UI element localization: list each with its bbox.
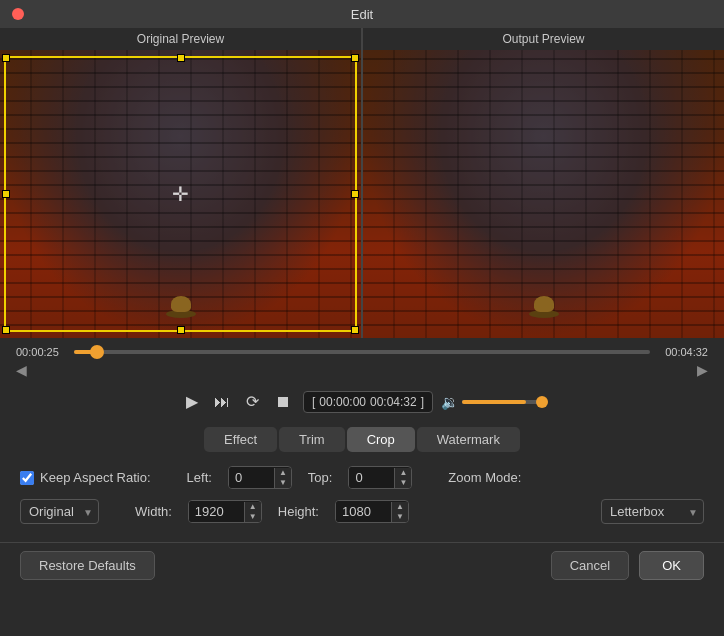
tabs-row: Effect Trim Crop Watermark: [0, 421, 724, 458]
top-down-arrow[interactable]: ▼: [395, 478, 411, 488]
top-label: Top:: [308, 470, 333, 485]
left-arrows: ▲ ▼: [274, 468, 291, 488]
timeline-start-time: 00:00:25: [16, 346, 66, 358]
crop-settings: Keep Aspect Ratio: Left: ▲ ▼ Top: ▲ ▼ Zo…: [0, 458, 724, 542]
output-preview-label: Output Preview: [363, 28, 724, 50]
start-bracket-symbol: [: [312, 395, 315, 409]
title-bar: Edit: [0, 0, 724, 28]
aspect-ratio-select-wrap: Original 16:9 4:3 1:1 ▼: [20, 499, 99, 524]
output-preview-panel: Output Preview: [363, 28, 724, 338]
timeline-thumb[interactable]: [90, 345, 104, 359]
loop-button[interactable]: ⟳: [242, 390, 263, 413]
crosshair-icon: ✛: [172, 182, 189, 206]
zoom-mode-select-wrap: Letterbox Pan & Scan Full ▼: [601, 499, 704, 524]
height-input[interactable]: [336, 501, 391, 522]
restore-defaults-button[interactable]: Restore Defaults: [20, 551, 155, 580]
top-up-arrow[interactable]: ▲: [395, 468, 411, 478]
output-preview-image: [363, 50, 724, 338]
top-arrows: ▲ ▼: [394, 468, 411, 488]
original-preview-label: Original Preview: [0, 28, 361, 50]
timeline-right-arrow[interactable]: ▶: [697, 362, 708, 378]
stop-button[interactable]: ⏹: [271, 391, 295, 413]
width-field: ▲ ▼: [188, 500, 262, 523]
width-input[interactable]: [189, 501, 244, 522]
timeline-nav: ◀ ▶: [16, 362, 708, 378]
output-bg: [363, 50, 724, 338]
crop-selection-box[interactable]: ✛: [4, 56, 357, 332]
zoom-mode-label: Zoom Mode:: [448, 470, 521, 485]
ok-button[interactable]: OK: [639, 551, 704, 580]
original-bg: ✛: [0, 50, 361, 338]
top-field: ▲ ▼: [348, 466, 412, 489]
play-button[interactable]: ▶: [182, 390, 202, 413]
output-lamp-decoration: [524, 293, 564, 318]
keep-aspect-ratio-label: Keep Aspect Ratio:: [40, 470, 151, 485]
width-arrows: ▲ ▼: [244, 502, 261, 522]
height-label: Height:: [278, 504, 319, 519]
height-up-arrow[interactable]: ▲: [392, 502, 408, 512]
crop-settings-row-2: Original 16:9 4:3 1:1 ▼ Width: ▲ ▼ Heigh…: [20, 499, 704, 524]
volume-track[interactable]: [462, 400, 542, 404]
volume-fill: [462, 400, 526, 404]
close-button[interactable]: [12, 8, 24, 20]
footer-btn-group: Cancel OK: [551, 551, 704, 580]
aspect-ratio-select[interactable]: Original 16:9 4:3 1:1: [20, 499, 99, 524]
height-field: ▲ ▼: [335, 500, 409, 523]
width-down-arrow[interactable]: ▼: [245, 512, 261, 522]
clip-end-time: 00:04:32: [370, 395, 417, 409]
original-preview-image[interactable]: ✛: [0, 50, 361, 338]
crop-handle-middle-right[interactable]: [351, 190, 359, 198]
tab-watermark[interactable]: Watermark: [417, 427, 520, 452]
timeline-end-time: 00:04:32: [658, 346, 708, 358]
height-down-arrow[interactable]: ▼: [392, 512, 408, 522]
cancel-button[interactable]: Cancel: [551, 551, 629, 580]
crop-handle-top-right[interactable]: [351, 54, 359, 62]
next-frame-button[interactable]: ⏭: [210, 391, 234, 413]
volume-icon: 🔉: [441, 394, 458, 410]
crop-settings-row-1: Keep Aspect Ratio: Left: ▲ ▼ Top: ▲ ▼ Zo…: [20, 466, 704, 489]
crop-handle-middle-left[interactable]: [2, 190, 10, 198]
tab-trim[interactable]: Trim: [279, 427, 345, 452]
timeline-area: 00:00:25 00:04:32 ◀ ▶: [0, 338, 724, 382]
top-input[interactable]: [349, 467, 394, 488]
left-label: Left:: [187, 470, 212, 485]
window-title: Edit: [351, 7, 373, 22]
crop-handle-bottom-center[interactable]: [177, 326, 185, 334]
volume-thumb[interactable]: [536, 396, 548, 408]
timeline-left-arrow[interactable]: ◀: [16, 362, 27, 378]
time-bracket: [ 00:00:00 00:04:32 ]: [303, 391, 433, 413]
keep-aspect-ratio-checkbox[interactable]: [20, 471, 34, 485]
controls-row: ▶ ⏭ ⟳ ⏹ [ 00:00:00 00:04:32 ] 🔉: [0, 382, 724, 421]
width-label: Width:: [135, 504, 172, 519]
crop-handle-top-center[interactable]: [177, 54, 185, 62]
left-up-arrow[interactable]: ▲: [275, 468, 291, 478]
footer-row: Restore Defaults Cancel OK: [0, 542, 724, 588]
timeline-row: 00:00:25 00:04:32: [16, 346, 708, 358]
original-preview-panel: Original Preview ✛: [0, 28, 361, 338]
keep-aspect-ratio-wrap: Keep Aspect Ratio:: [20, 470, 151, 485]
end-bracket-symbol: ]: [421, 395, 424, 409]
crop-handle-bottom-left[interactable]: [2, 326, 10, 334]
left-down-arrow[interactable]: ▼: [275, 478, 291, 488]
tab-crop[interactable]: Crop: [347, 427, 415, 452]
timeline-track[interactable]: [74, 350, 650, 354]
clip-start-time: 00:00:00: [319, 395, 366, 409]
crop-handle-bottom-right[interactable]: [351, 326, 359, 334]
height-arrows: ▲ ▼: [391, 502, 408, 522]
volume-control: 🔉: [441, 394, 542, 410]
preview-area: Original Preview ✛ Outpu: [0, 28, 724, 338]
tab-effect[interactable]: Effect: [204, 427, 277, 452]
crop-handle-top-left[interactable]: [2, 54, 10, 62]
width-up-arrow[interactable]: ▲: [245, 502, 261, 512]
zoom-mode-select[interactable]: Letterbox Pan & Scan Full: [601, 499, 704, 524]
left-field: ▲ ▼: [228, 466, 292, 489]
left-input[interactable]: [229, 467, 274, 488]
